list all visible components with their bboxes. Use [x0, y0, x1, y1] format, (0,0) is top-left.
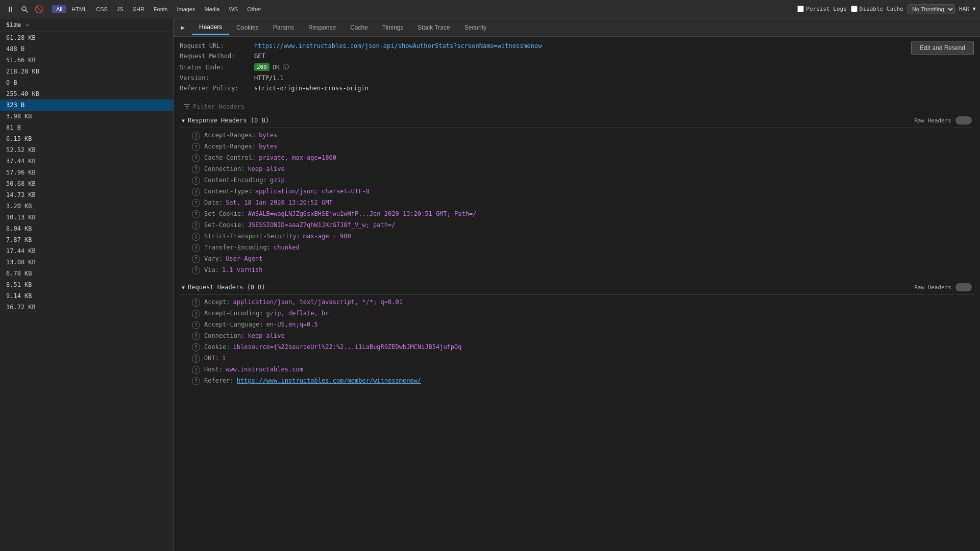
size-item[interactable]: 8.04 KB	[0, 223, 173, 234]
throttle-select[interactable]: No Throttling	[908, 4, 955, 14]
help-icon[interactable]: ?	[192, 221, 200, 230]
help-icon[interactable]: ?	[192, 199, 200, 207]
tab-response[interactable]: Response	[301, 21, 343, 34]
header-name: Cache-Control	[204, 154, 252, 161]
header-value: iblesource={%22sourceUrl%22:%2...i1LaBug…	[233, 343, 462, 350]
block-button[interactable]: 🚫	[33, 3, 45, 15]
filter-tab-other[interactable]: Other	[243, 5, 265, 13]
size-item[interactable]: 3.98 KB	[0, 111, 173, 122]
request-raw-headers-area: Raw Headers	[914, 283, 972, 291]
help-icon[interactable]: ?	[192, 310, 200, 318]
filter-tab-html[interactable]: HTML	[67, 5, 91, 13]
size-item[interactable]: 14.73 KB	[0, 189, 173, 201]
tab-stack-trace[interactable]: Stack Trace	[410, 21, 457, 34]
size-item[interactable]: 9.14 KB	[0, 290, 173, 302]
filter-tab-all[interactable]: All	[52, 5, 66, 13]
referrer-policy-value: strict-origin-when-cross-origin	[254, 85, 369, 92]
help-icon[interactable]: ?	[192, 210, 200, 218]
tab-params[interactable]: Params	[266, 21, 301, 34]
help-icon[interactable]: ?	[192, 154, 200, 162]
filter-tab-css[interactable]: CSS	[92, 5, 112, 13]
tab-security[interactable]: Security	[457, 21, 494, 34]
header-value: keep-alive	[248, 165, 284, 172]
har-label[interactable]: HAR ▼	[959, 6, 976, 12]
edit-resend-button[interactable]: Edit and Resend	[911, 41, 974, 55]
size-item[interactable]: 8.51 KB	[0, 279, 173, 290]
header-name: Accept-Ranges	[204, 132, 252, 139]
size-item[interactable]: 323 B	[0, 99, 173, 111]
size-item[interactable]: 51.66 KB	[0, 55, 173, 66]
help-icon[interactable]: ?	[192, 244, 200, 252]
help-icon[interactable]: ?	[192, 266, 200, 274]
help-icon[interactable]: ?	[192, 355, 200, 363]
tab-timings[interactable]: Timings	[375, 21, 411, 34]
response-header-row: ? Set-Cookie : JSESSIONID=aaaZ7qhW1JXcG7…	[180, 220, 974, 231]
header-name: Accept-Encoding	[204, 310, 259, 317]
search-button[interactable]	[18, 3, 31, 15]
filter-bar: Filter Headers	[180, 101, 974, 113]
size-item[interactable]: 3.20 KB	[0, 201, 173, 212]
help-icon[interactable]: ?	[192, 255, 200, 263]
request-header-row: ? DNT : 1	[180, 353, 974, 364]
size-item[interactable]: 57.96 KB	[0, 167, 173, 178]
help-icon[interactable]: ?	[192, 143, 200, 151]
filter-tab-js[interactable]: JS	[113, 5, 128, 13]
status-info-icon[interactable]: ⓘ	[283, 63, 289, 71]
request-header-row: ? Cookie : iblesource={%22sourceUrl%22:%…	[180, 342, 974, 353]
response-header-row: ? Connection : keep-alive	[180, 164, 974, 175]
response-header-row: ? Content-Encoding : gzip	[180, 175, 974, 186]
size-item[interactable]: 61.28 KB	[0, 32, 173, 43]
size-item[interactable]: 10.13 KB	[0, 212, 173, 223]
size-item[interactable]: 488 B	[0, 43, 173, 55]
size-item[interactable]: 17.44 KB	[0, 245, 173, 257]
header-value: keep-alive	[248, 332, 284, 339]
help-icon[interactable]: ?	[192, 188, 200, 196]
disable-cache-checkbox[interactable]: Disable Cache	[851, 6, 903, 12]
help-icon[interactable]: ?	[192, 343, 200, 352]
size-item[interactable]: 81 B	[0, 122, 173, 133]
header-name: Cookie	[204, 343, 226, 350]
filter-tab-ws[interactable]: WS	[225, 5, 242, 13]
header-value: gzip	[270, 177, 285, 184]
response-header-row: ? Via : 1.1 varnish	[180, 265, 974, 276]
size-item[interactable]: 7.87 KB	[0, 234, 173, 245]
persist-logs-checkbox[interactable]: Persist Logs	[797, 6, 846, 12]
help-icon[interactable]: ?	[192, 366, 200, 374]
request-header-row: ? Accept-Language : en-US,en;q=0.5	[180, 319, 974, 331]
response-headers-section[interactable]: ▼ Response Headers (0 B) Raw Headers	[180, 113, 974, 128]
size-item[interactable]: 52.52 KB	[0, 144, 173, 156]
request-raw-toggle[interactable]	[955, 283, 972, 291]
help-icon[interactable]: ?	[192, 332, 200, 340]
size-item[interactable]: 50.68 KB	[0, 178, 173, 189]
filter-tab-media[interactable]: Media	[200, 5, 224, 13]
referrer-policy-label: Referrer Policy:	[180, 85, 251, 92]
size-item[interactable]: 37.44 KB	[0, 156, 173, 167]
help-icon[interactable]: ?	[192, 321, 200, 329]
filter-tab-xhr[interactable]: XHR	[129, 5, 149, 13]
help-icon[interactable]: ?	[192, 177, 200, 185]
help-icon[interactable]: ?	[192, 233, 200, 241]
help-icon[interactable]: ?	[192, 377, 200, 385]
size-item[interactable]: 218.28 KB	[0, 66, 173, 77]
response-header-row: ? Content-Type : application/json; chars…	[180, 186, 974, 197]
tab-headers[interactable]: Headers	[192, 20, 229, 35]
header-value: application/json; charset=UTF-8	[255, 188, 370, 195]
help-icon[interactable]: ?	[192, 132, 200, 140]
filter-tab-fonts[interactable]: Fonts	[150, 5, 172, 13]
tab-cookies[interactable]: Cookies	[229, 21, 265, 34]
response-raw-toggle[interactable]	[955, 116, 972, 124]
pause-button[interactable]: ⏸	[4, 3, 16, 15]
filter-tab-images[interactable]: Images	[173, 5, 199, 13]
size-item[interactable]: 0 B	[0, 77, 173, 88]
size-list: 61.28 KB488 B51.66 KB218.28 KB0 B255.40 …	[0, 32, 173, 313]
help-icon[interactable]: ?	[192, 165, 200, 173]
size-item[interactable]: 13.08 KB	[0, 257, 173, 268]
help-icon[interactable]: ?	[192, 298, 200, 307]
request-header-row: ? Connection : keep-alive	[180, 331, 974, 342]
size-item[interactable]: 6.78 KB	[0, 268, 173, 279]
request-headers-section[interactable]: ▼ Request Headers (0 B) Raw Headers	[180, 280, 974, 295]
tab-cache[interactable]: Cache	[343, 21, 375, 34]
size-item[interactable]: 16.72 KB	[0, 302, 173, 313]
size-item[interactable]: 255.40 KB	[0, 88, 173, 99]
size-item[interactable]: 6.15 KB	[0, 133, 173, 144]
